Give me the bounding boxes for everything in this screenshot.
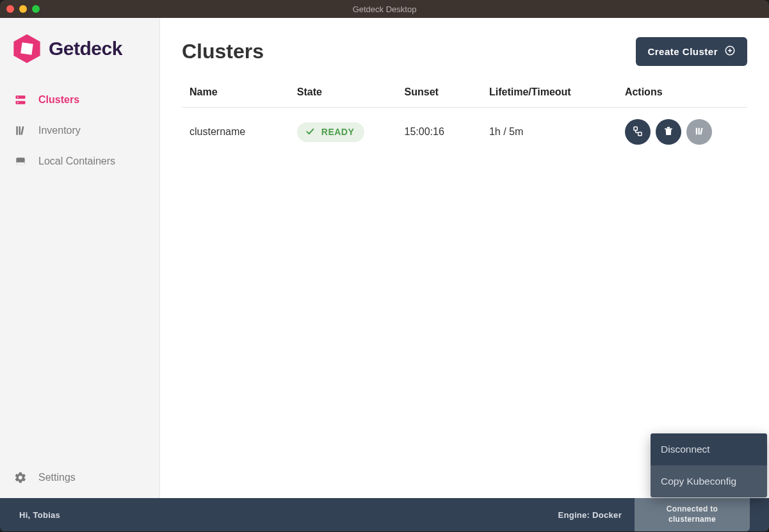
footer-engine: Engine: Docker — [558, 510, 622, 520]
cell-sunset: 15:00:16 — [397, 108, 482, 157]
sidebar-item-label: Inventory — [38, 125, 81, 136]
svg-rect-9 — [20, 126, 24, 135]
svg-point-6 — [17, 102, 19, 103]
svg-rect-11 — [16, 163, 24, 165]
svg-rect-17 — [667, 127, 670, 128]
cell-state: READY — [289, 108, 397, 157]
svg-rect-8 — [19, 126, 21, 134]
connect-button[interactable] — [625, 119, 651, 145]
table-row: clustername READY 15:00:16 1h / 5m — [182, 108, 747, 157]
col-sunset: Sunset — [397, 80, 482, 108]
status-text: READY — [321, 127, 355, 137]
cell-actions — [617, 108, 747, 157]
sidebar: Getdeck Clusters Inventory Local Contain… — [0, 18, 160, 498]
col-name: Name — [182, 80, 289, 108]
footer-greeting: Hi, Tobias — [19, 510, 60, 520]
logo-icon — [12, 33, 42, 64]
cell-lifetime: 1h / 5m — [482, 108, 617, 157]
maximize-window-button[interactable] — [32, 5, 40, 13]
connect-icon — [632, 125, 644, 139]
svg-rect-16 — [638, 132, 642, 135]
svg-point-5 — [17, 97, 19, 98]
menu-item-disconnect[interactable]: Disconnect — [651, 433, 767, 465]
svg-rect-18 — [665, 128, 672, 129]
titlebar: Getdeck Desktop — [0, 0, 769, 18]
nav: Clusters Inventory Local Containers — [0, 82, 159, 461]
minimize-window-button[interactable] — [19, 5, 27, 13]
connected-line2: clustername — [668, 515, 716, 525]
close-window-button[interactable] — [6, 5, 14, 13]
page-header: Clusters Create Cluster — [182, 37, 747, 66]
container-icon — [14, 155, 27, 168]
create-cluster-button[interactable]: Create Cluster — [636, 37, 747, 66]
plus-circle-icon — [724, 45, 736, 58]
server-icon — [14, 93, 27, 106]
sidebar-item-label: Local Containers — [38, 156, 115, 167]
window-title: Getdeck Desktop — [353, 4, 417, 14]
delete-button[interactable] — [656, 119, 681, 145]
svg-rect-1 — [20, 42, 34, 56]
shelf-button[interactable] — [686, 119, 712, 145]
sidebar-item-settings[interactable]: Settings — [0, 461, 159, 498]
svg-rect-7 — [16, 126, 18, 134]
svg-rect-15 — [634, 127, 637, 130]
sidebar-item-label: Clusters — [38, 94, 79, 106]
connection-status-button[interactable]: Connected to clustername — [635, 498, 750, 531]
col-lifetime: Lifetime/Timeout — [482, 80, 617, 108]
svg-rect-20 — [698, 127, 699, 134]
main-content: Clusters Create Cluster Name State Sunse… — [160, 18, 769, 498]
status-badge: READY — [297, 122, 365, 142]
clusters-table: Name State Sunset Lifetime/Timeout Actio… — [182, 80, 747, 156]
page-title: Clusters — [182, 40, 264, 63]
col-actions: Actions — [617, 80, 747, 108]
gear-icon — [14, 471, 27, 484]
menu-item-label: Disconnect — [661, 444, 710, 455]
svg-rect-21 — [700, 127, 702, 134]
svg-rect-19 — [696, 127, 697, 134]
trash-icon — [663, 125, 674, 139]
settings-label: Settings — [38, 472, 76, 483]
cell-name: clustername — [182, 108, 289, 157]
traffic-lights — [6, 5, 40, 13]
menu-item-copy-kubeconfig[interactable]: Copy Kubeconfig — [651, 465, 767, 497]
library-icon — [14, 124, 27, 137]
svg-rect-3 — [16, 95, 26, 99]
connection-menu: Disconnect Copy Kubeconfig — [651, 433, 767, 497]
check-icon — [305, 126, 315, 138]
sidebar-item-inventory[interactable]: Inventory — [0, 115, 159, 146]
brand-name: Getdeck — [49, 38, 122, 60]
library-icon — [693, 125, 705, 139]
footer: Hi, Tobias Engine: Docker Connected to c… — [0, 498, 769, 531]
menu-item-label: Copy Kubeconfig — [661, 476, 736, 487]
create-cluster-label: Create Cluster — [647, 46, 718, 57]
sidebar-item-clusters[interactable]: Clusters — [0, 85, 159, 115]
svg-rect-4 — [16, 101, 26, 104]
app-shell: Getdeck Clusters Inventory Local Contain… — [0, 18, 769, 498]
sidebar-item-local-containers[interactable]: Local Containers — [0, 146, 159, 177]
connected-line1: Connected to — [667, 504, 718, 515]
brand: Getdeck — [0, 18, 159, 82]
col-state: State — [289, 80, 397, 108]
